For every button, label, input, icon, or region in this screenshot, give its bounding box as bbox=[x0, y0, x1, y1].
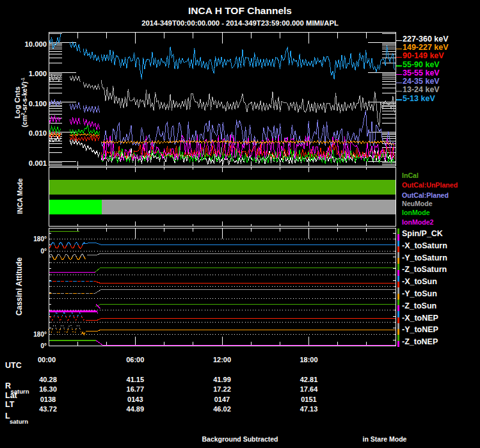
svg-text:10.000: 10.000 bbox=[24, 40, 47, 48]
svg-text:OutCal:Planed: OutCal:Planed bbox=[402, 191, 449, 199]
svg-text:0°: 0° bbox=[40, 248, 47, 255]
svg-text:41.99: 41.99 bbox=[213, 376, 231, 383]
svg-text:-Y_toSaturn: -Y_toSaturn bbox=[402, 253, 447, 262]
svg-text:0.001: 0.001 bbox=[29, 159, 47, 167]
svg-text:18:00: 18:00 bbox=[300, 356, 317, 364]
svg-text:0147: 0147 bbox=[214, 396, 230, 403]
svg-text:47.13: 47.13 bbox=[300, 405, 318, 413]
svg-text:0°: 0° bbox=[40, 342, 47, 349]
svg-text:-Z_toSaturn: -Z_toSaturn bbox=[402, 265, 447, 274]
svg-text:Background Subtracted: Background Subtracted bbox=[202, 435, 278, 443]
svg-text:-Y_toNEP: -Y_toNEP bbox=[402, 325, 438, 334]
svg-text:1.000: 1.000 bbox=[29, 70, 47, 77]
svg-text:2014-349T00:00:00.000 - 2014-3: 2014-349T00:00:00.000 - 2014-349T23:59:0… bbox=[141, 19, 339, 27]
svg-text:0151: 0151 bbox=[301, 396, 316, 403]
svg-text:-X_toSaturn: -X_toSaturn bbox=[402, 241, 447, 250]
svg-text:0143: 0143 bbox=[127, 396, 143, 403]
svg-text:0.100: 0.100 bbox=[29, 100, 47, 108]
svg-text:06:00: 06:00 bbox=[126, 356, 144, 364]
svg-text:16.77: 16.77 bbox=[127, 385, 145, 393]
svg-text:Lat: Lat bbox=[5, 391, 18, 400]
svg-text:-Y_toSun: -Y_toSun bbox=[402, 289, 437, 298]
svg-text:NeuMode: NeuMode bbox=[402, 200, 433, 207]
svg-text:24-35 keV: 24-35 keV bbox=[403, 77, 440, 86]
svg-text:IonMode: IonMode bbox=[402, 209, 430, 216]
svg-text:-Z_toNEP: -Z_toNEP bbox=[402, 337, 438, 346]
svg-text:149-227 keV: 149-227 keV bbox=[403, 43, 449, 52]
svg-text:43.72: 43.72 bbox=[39, 405, 57, 413]
svg-text:42.81: 42.81 bbox=[300, 376, 318, 383]
svg-text:17.22: 17.22 bbox=[213, 385, 231, 393]
svg-text:227-360 keV: 227-360 keV bbox=[403, 35, 449, 44]
svg-text:OutCal:UnPlaned: OutCal:UnPlaned bbox=[402, 181, 458, 189]
svg-text:LT: LT bbox=[5, 400, 15, 409]
svg-text:44.89: 44.89 bbox=[127, 405, 145, 413]
svg-text:40.28: 40.28 bbox=[39, 376, 57, 383]
svg-text:46.02: 46.02 bbox=[213, 405, 231, 413]
svg-text:5-13 keV: 5-13 keV bbox=[403, 94, 435, 103]
svg-text:Cassini Attitude: Cassini Attitude bbox=[15, 257, 24, 316]
svg-text:17.64: 17.64 bbox=[300, 385, 318, 393]
svg-text:55-90 keV: 55-90 keV bbox=[403, 60, 440, 69]
svg-text:(cm2-sr-s-keV)-1: (cm2-sr-s-keV)-1 bbox=[20, 77, 28, 127]
svg-text:00:00: 00:00 bbox=[38, 356, 56, 364]
svg-text:13-24 keV: 13-24 keV bbox=[403, 85, 440, 94]
svg-text:180°: 180° bbox=[33, 236, 47, 243]
svg-text:90-149 keV: 90-149 keV bbox=[403, 51, 444, 60]
svg-text:0138: 0138 bbox=[40, 396, 56, 403]
svg-text:-Z_toSun: -Z_toSun bbox=[402, 301, 436, 310]
svg-text:INCA Mode: INCA Mode bbox=[16, 179, 24, 214]
svg-text:in Stare Mode: in Stare Mode bbox=[363, 435, 407, 443]
svg-text:41.15: 41.15 bbox=[127, 376, 145, 383]
svg-text:saturn: saturn bbox=[10, 418, 28, 425]
svg-text:IonMode2: IonMode2 bbox=[402, 218, 434, 226]
svg-text:-X_toSun: -X_toSun bbox=[402, 277, 437, 286]
svg-text:35-55 keV: 35-55 keV bbox=[403, 68, 440, 77]
svg-text:0.010: 0.010 bbox=[29, 129, 47, 137]
svg-text:UTC: UTC bbox=[5, 361, 22, 370]
svg-text:INCA H TOF Channels: INCA H TOF Channels bbox=[188, 5, 292, 16]
svg-text:12:00: 12:00 bbox=[213, 356, 231, 364]
svg-text:InCal: InCal bbox=[402, 172, 419, 179]
svg-text:180°: 180° bbox=[33, 331, 47, 338]
svg-text:-X_toNEP: -X_toNEP bbox=[402, 314, 438, 323]
svg-text:16.30: 16.30 bbox=[39, 385, 57, 393]
svg-text:Spin/P_CK: Spin/P_CK bbox=[402, 229, 443, 238]
